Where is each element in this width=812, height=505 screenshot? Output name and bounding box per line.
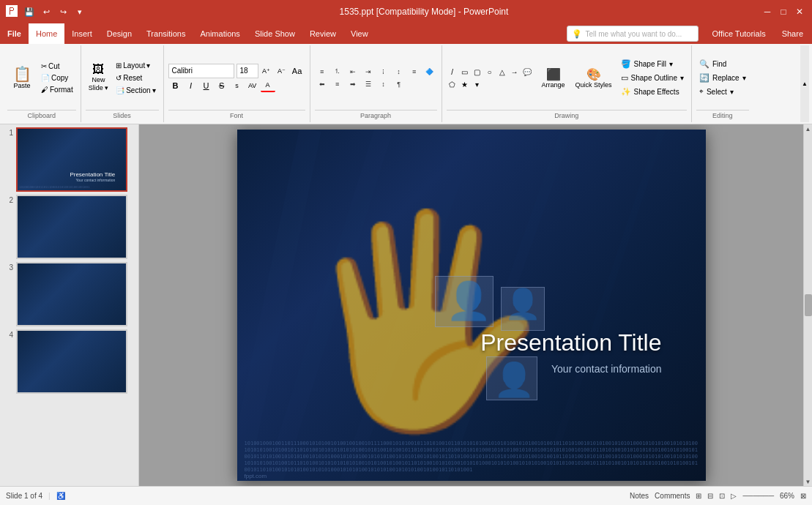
new-slide-btn[interactable]: 🖼 New Slide ▾ <box>86 62 112 93</box>
menu-insert[interactable]: Insert <box>64 23 100 44</box>
undo-quick-btn[interactable]: ↩ <box>39 4 53 19</box>
notes-btn[interactable]: Notes <box>630 492 649 500</box>
cut-btn[interactable]: ✂ Cut <box>38 61 76 72</box>
shape-line-btn[interactable]: / <box>447 67 458 78</box>
justify-btn[interactable]: ☰ <box>361 78 376 90</box>
view-normal-btn[interactable]: ⊞ <box>696 492 701 500</box>
copy-btn[interactable]: 📄 Copy <box>38 72 76 83</box>
numbering-btn[interactable]: ⒈ <box>330 66 345 78</box>
view-slideshow-btn[interactable]: ▷ <box>731 492 737 500</box>
align-text-btn[interactable]: ≡ <box>407 66 422 78</box>
smartart-btn[interactable]: 🔷 <box>422 66 437 78</box>
shape-fill-btn[interactable]: 🪣 Shape Fill ▾ <box>618 58 687 70</box>
char-spacing-btn[interactable]: AV <box>245 79 260 92</box>
tell-me-box[interactable]: 💡 Tell me what you want to do... <box>567 26 699 42</box>
menu-design[interactable]: Design <box>100 23 139 44</box>
shape-effects-btn[interactable]: ✨ Shape Effects <box>618 86 687 98</box>
shadow-btn[interactable]: s <box>230 79 245 92</box>
view-slide-sorter-btn[interactable]: ⊟ <box>707 492 713 500</box>
shape-triangle-btn[interactable]: △ <box>496 67 508 78</box>
ribbon-slides-group: 🖼 New Slide ▾ ⊞ Layout ▾ ↺ Reset � <box>81 45 164 122</box>
redo-quick-btn[interactable]: ↪ <box>56 4 70 19</box>
scroll-down-arrow[interactable]: ▼ <box>804 477 813 486</box>
menu-animations[interactable]: Animations <box>193 23 247 44</box>
ribbon-clipboard-group: 📋 Paste ✂ Cut 📄 Copy 🖌 Format <box>3 45 81 122</box>
underline-btn[interactable]: U <box>199 79 214 92</box>
paste-btn[interactable]: 📋 Paste <box>7 65 37 91</box>
select-btn[interactable]: ⌖ Select ▾ <box>696 86 749 97</box>
find-btn[interactable]: 🔍 Find <box>696 58 749 70</box>
menu-view[interactable]: View <box>343 23 376 44</box>
save-quick-btn[interactable]: 💾 <box>22 4 37 19</box>
bold-btn[interactable]: B <box>168 79 183 92</box>
italic-btn[interactable]: I <box>184 79 198 92</box>
view-reading-btn[interactable]: ⊡ <box>719 492 725 500</box>
shape-star-btn[interactable]: ★ <box>459 79 471 91</box>
replace-btn[interactable]: 🔄 Replace ▾ <box>696 72 749 84</box>
align-right-btn[interactable]: ➡ <box>346 78 360 90</box>
reset-btn[interactable]: ↺ Reset <box>113 72 158 83</box>
line-spacing-btn[interactable]: ↕ <box>376 78 391 90</box>
slide-thumb-3[interactable] <box>16 262 127 326</box>
arrange-btn[interactable]: ⬛ Arrange <box>537 66 570 90</box>
slide-item-2[interactable]: 2 <box>3 195 135 259</box>
menu-slideshow[interactable]: Slide Show <box>247 23 302 44</box>
title-bar-left: 🅿 💾 ↩ ↪ ▾ <box>6 4 87 19</box>
slide-binary: 1010010001001101110001010100101001001001… <box>245 441 699 474</box>
slide-number-1: 1 <box>3 129 13 137</box>
shape-oval-btn[interactable]: ○ <box>484 67 496 78</box>
minimize-btn[interactable]: ─ <box>761 5 774 18</box>
font-color-btn[interactable]: A <box>261 79 275 92</box>
customize-quick-btn[interactable]: ▾ <box>72 4 87 19</box>
scroll-thumb[interactable] <box>805 294 812 316</box>
menu-file[interactable]: File <box>0 23 29 44</box>
status-bar: Slide 1 of 4 | ♿ Notes Comments ⊞ ⊟ ⊡ ▷ … <box>0 486 812 505</box>
slide-thumb-1[interactable]: Presentation Title Your contact informat… <box>16 127 127 192</box>
shape-arrow-btn[interactable]: → <box>509 67 521 78</box>
section-btn[interactable]: 📑 Section ▾ <box>113 85 158 96</box>
format-painter-btn[interactable]: 🖌 Format <box>38 84 76 95</box>
align-left-btn[interactable]: ⬅ <box>315 78 329 90</box>
decrease-indent-btn[interactable]: ⇤ <box>346 66 360 78</box>
slide-item-4[interactable]: 4 <box>3 329 135 394</box>
slide-item-3[interactable]: 3 <box>3 262 135 326</box>
font-size-up-btn[interactable]: A⁺ <box>259 64 274 78</box>
shape-callout-btn[interactable]: 💬 <box>521 67 533 78</box>
menu-review[interactable]: Review <box>302 23 343 44</box>
font-size-input[interactable] <box>236 64 258 78</box>
slide-item-1[interactable]: 1 Presentation Title Your contact inform… <box>3 127 135 192</box>
comments-btn[interactable]: Comments <box>655 492 690 500</box>
slide-title[interactable]: Presentation Title <box>480 329 661 356</box>
increase-indent-btn[interactable]: ⇥ <box>361 66 376 78</box>
align-center-btn[interactable]: ≡ <box>330 78 345 90</box>
shape-rect-btn[interactable]: ▭ <box>459 67 471 78</box>
close-btn[interactable]: ✕ <box>793 5 806 18</box>
para-spacing-btn[interactable]: ¶ <box>392 78 406 90</box>
slide-subtitle[interactable]: Your contact information <box>551 363 661 375</box>
share-btn[interactable]: Share <box>773 23 812 44</box>
slide-thumb-2[interactable] <box>16 195 127 259</box>
layout-btn[interactable]: ⊞ Layout ▾ <box>113 60 158 71</box>
columns-btn[interactable]: ⫶ <box>376 66 391 78</box>
scroll-up-arrow[interactable]: ▲ <box>804 124 813 133</box>
strikethrough-btn[interactable]: S <box>215 79 229 92</box>
slide-thumb-4[interactable] <box>16 329 127 394</box>
main-area: 1 Presentation Title Your contact inform… <box>0 124 812 486</box>
office-tutorials-btn[interactable]: Office Tutorials <box>704 23 772 44</box>
shape-more-btn[interactable]: ▾ <box>472 79 483 91</box>
bullets-btn[interactable]: ≡ <box>315 66 329 78</box>
quick-styles-btn[interactable]: 🎨 Quick Styles <box>573 66 615 90</box>
shape-rounded-btn[interactable]: ▢ <box>472 67 483 78</box>
shape-pentagon-btn[interactable]: ⬠ <box>447 79 458 91</box>
clear-format-btn[interactable]: Aa <box>290 64 305 78</box>
menu-home[interactable]: Home <box>29 23 64 44</box>
menu-transitions[interactable]: Transitions <box>139 23 193 44</box>
font-family-input[interactable] <box>168 64 234 78</box>
text-direction-btn[interactable]: ↕ <box>392 66 406 78</box>
shape-outline-btn[interactable]: ▭ Shape Outline ▾ <box>618 72 687 84</box>
fit-window-btn[interactable]: ⊠ <box>800 492 806 500</box>
restore-btn[interactable]: □ <box>777 5 790 18</box>
ribbon-collapse-btn[interactable]: ▲ <box>800 45 809 122</box>
zoom-slider[interactable]: ────── <box>742 492 774 500</box>
font-size-down-btn[interactable]: A⁻ <box>275 64 289 78</box>
